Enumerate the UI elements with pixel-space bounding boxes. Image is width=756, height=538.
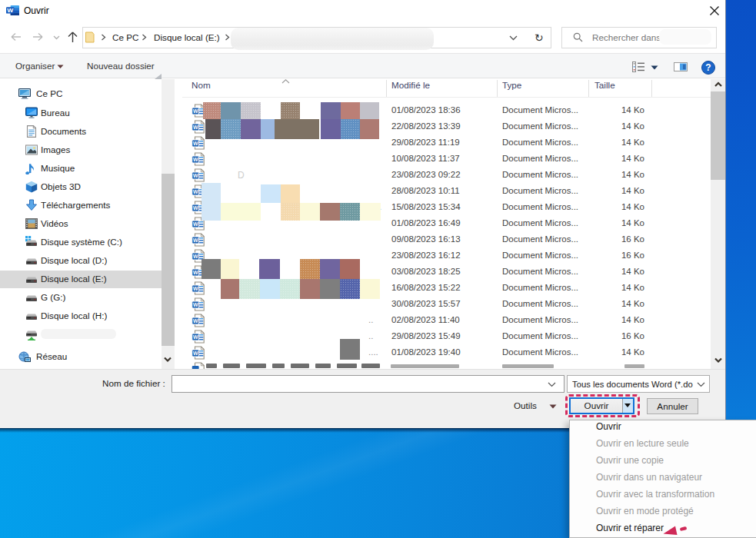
svg-text:?: ? — [705, 62, 711, 73]
svg-text:W: W — [193, 350, 198, 356]
svg-text:W: W — [193, 189, 198, 194]
svg-text:W: W — [193, 334, 198, 340]
svg-text:W: W — [193, 173, 198, 178]
svg-text:W: W — [193, 141, 198, 146]
svg-text:W: W — [193, 237, 198, 243]
svg-text:W: W — [193, 302, 198, 307]
svg-text:W: W — [193, 157, 198, 162]
svg-text:W: W — [193, 221, 198, 227]
svg-text:W: W — [193, 254, 198, 259]
svg-text:W: W — [193, 270, 198, 275]
svg-text:W: W — [193, 108, 198, 114]
svg-text:W: W — [193, 205, 198, 211]
svg-text:W: W — [193, 125, 198, 130]
svg-text:W: W — [193, 318, 198, 324]
svg-text:W: W — [7, 8, 14, 14]
svg-text:W: W — [193, 286, 198, 291]
